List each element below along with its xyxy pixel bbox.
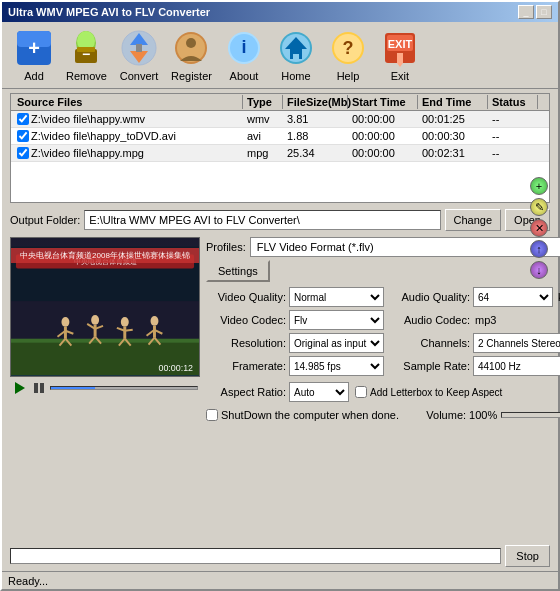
letterbox-checkbox[interactable] <box>355 386 367 398</box>
channels-row: Channels: 2 Channels Stereo <box>390 333 560 353</box>
window-title: Ultra WMV MPEG AVI to FLV Converter <box>8 6 210 18</box>
remove-icon: − <box>66 28 106 68</box>
playback-slider[interactable] <box>50 386 198 390</box>
video-quality-row: Video Quality: Normal <box>206 287 384 307</box>
title-buttons: _ □ <box>518 5 552 19</box>
exit-label: Exit <box>391 70 409 82</box>
shutdown-volume-row: ShutDown the computer when done. Volume:… <box>206 409 560 421</box>
register-button[interactable]: Register <box>165 26 218 84</box>
volume-label: Volume: 100% <box>426 409 497 421</box>
settings-button[interactable]: Settings <box>206 260 270 282</box>
play-button[interactable] <box>12 380 28 396</box>
side-up-button[interactable]: ↑ <box>530 240 548 258</box>
row3-start: 00:00:00 <box>348 146 418 160</box>
shutdown-checkbox[interactable] <box>206 409 218 421</box>
resolution-label: Resolution: <box>206 337 286 349</box>
remove-button[interactable]: − Remove <box>60 26 113 84</box>
header-source: Source Files <box>13 95 243 109</box>
table-row: Z:\video file\happy.wmv wmv 3.81 00:00:0… <box>11 111 549 128</box>
header-start: Start Time <box>348 95 418 109</box>
audio-quality-select[interactable]: 64 <box>473 287 553 307</box>
header-end: End Time <box>418 95 488 109</box>
home-button[interactable]: Home <box>270 26 322 84</box>
toolbar: + Add − Remove <box>2 22 558 89</box>
playback-controls <box>10 380 200 396</box>
side-remove-button[interactable]: ✕ <box>530 219 548 237</box>
pause-button[interactable] <box>31 380 47 396</box>
profiles-select[interactable]: FLV Video Format (*.flv) <box>250 237 560 257</box>
main-window: Ultra WMV MPEG AVI to FLV Converter _ □ … <box>0 0 560 591</box>
row3-end: 00:02:31 <box>418 146 488 160</box>
row3-source: Z:\video file\happy.mpg <box>31 147 144 159</box>
row1-source-cell: Z:\video file\happy.wmv <box>13 112 243 126</box>
svg-point-42 <box>91 315 99 325</box>
framerate-select[interactable]: 14.985 fps <box>289 356 384 376</box>
about-icon: i <box>224 28 264 68</box>
svg-point-54 <box>151 316 159 326</box>
row1-checkbox[interactable] <box>17 113 29 125</box>
sample-rate-select[interactable]: 44100 Hz <box>473 356 560 376</box>
settings-grid: Video Quality: Normal Audio Quality: 64 … <box>206 287 560 376</box>
minimize-button[interactable]: _ <box>518 5 534 19</box>
add-label: Add <box>24 70 44 82</box>
add-button[interactable]: + Add <box>8 26 60 84</box>
audio-codec-label: Audio Codec: <box>390 314 470 326</box>
preview-settings-row: 中央电视台体育频道2008年体操世锦赛体操集锦 <box>10 237 550 539</box>
svg-text:?: ? <box>342 38 353 58</box>
row3-status: -- <box>488 146 538 160</box>
resolution-select[interactable]: Original as input <box>289 333 384 353</box>
row1-size: 3.81 <box>283 112 348 126</box>
svg-text:i: i <box>241 37 246 57</box>
row3-checkbox[interactable] <box>17 147 29 159</box>
svg-point-36 <box>61 317 69 327</box>
sample-rate-row: Sample Rate: 44100 Hz <box>390 356 560 376</box>
progress-bar-outer <box>10 548 501 564</box>
register-label: Register <box>171 70 212 82</box>
side-edit-button[interactable]: ✎ <box>530 198 548 216</box>
row1-source: Z:\video file\happy.wmv <box>31 113 145 125</box>
output-folder-label: Output Folder: <box>10 214 80 226</box>
video-quality-select[interactable]: Normal <box>289 287 384 307</box>
svg-rect-63 <box>40 383 44 393</box>
svg-text:EXIT: EXIT <box>388 38 413 50</box>
convert-button[interactable]: Convert <box>113 26 165 84</box>
exit-button[interactable]: EXIT Exit <box>374 26 426 84</box>
video-codec-select[interactable]: Flv <box>289 310 384 330</box>
letterbox-row: Add Letterbox to Keep Aspect <box>355 386 502 398</box>
side-down-button[interactable]: ↓ <box>530 261 548 279</box>
about-button[interactable]: i About <box>218 26 270 84</box>
home-icon <box>276 28 316 68</box>
home-label: Home <box>281 70 310 82</box>
about-label: About <box>230 70 259 82</box>
svg-rect-11 <box>136 44 142 52</box>
sample-rate-label: Sample Rate: <box>390 360 470 372</box>
video-codec-label: Video Codec: <box>206 314 286 326</box>
output-folder-input[interactable] <box>84 210 440 230</box>
settings-panel: Profiles: FLV Video Format (*.flv) Setti… <box>206 237 560 539</box>
svg-point-14 <box>186 38 196 48</box>
row1-end: 00:01:25 <box>418 112 488 126</box>
row1-status: -- <box>488 112 538 126</box>
settings-btn-row: Settings <box>206 260 560 282</box>
progress-bar-section: Stop <box>10 545 550 567</box>
convert-icon <box>119 28 159 68</box>
framerate-row: Framerate: 14.985 fps <box>206 356 384 376</box>
aspect-letterbox-row: Aspect Ratio: Auto Add Letterbox to Keep… <box>206 382 560 402</box>
volume-row: Volume: 100% <box>426 409 560 421</box>
stop-button[interactable]: Stop <box>505 545 550 567</box>
row1-type: wmv <box>243 112 283 126</box>
change-button[interactable]: Change <box>445 209 502 231</box>
aspect-ratio-select[interactable]: Auto <box>289 382 349 402</box>
help-button[interactable]: ? Help <box>322 26 374 84</box>
maximize-button[interactable]: □ <box>536 5 552 19</box>
row2-checkbox[interactable] <box>17 130 29 142</box>
row2-start: 00:00:00 <box>348 129 418 143</box>
row2-type: avi <box>243 129 283 143</box>
channels-select[interactable]: 2 Channels Stereo <box>473 333 560 353</box>
side-add-button[interactable]: + <box>530 177 548 195</box>
title-bar: Ultra WMV MPEG AVI to FLV Converter _ □ <box>2 2 558 22</box>
svg-marker-61 <box>15 382 25 394</box>
volume-slider[interactable] <box>501 412 560 418</box>
shutdown-row: ShutDown the computer when done. <box>206 409 399 421</box>
add-icon: + <box>14 28 54 68</box>
